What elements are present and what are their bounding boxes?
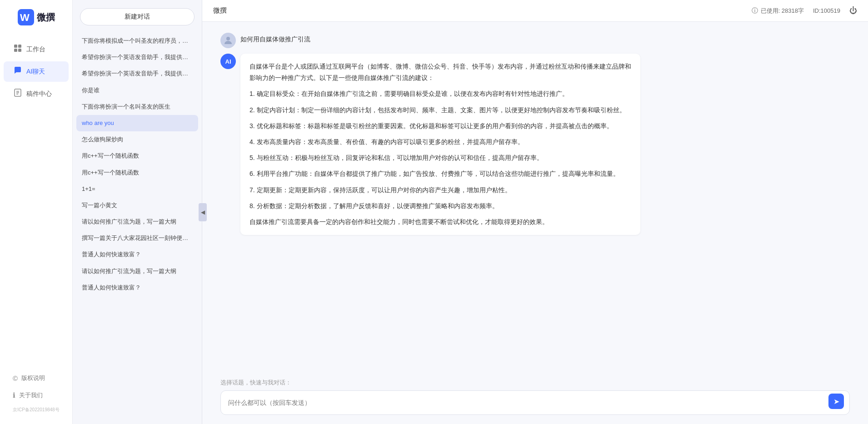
collapse-button[interactable]: ◀ (199, 203, 207, 221)
sidebar-item-copyright[interactable]: © 版权说明 (4, 370, 69, 386)
ai-para-1: 1. 确定目标受众：在开始自媒体推广引流之前，需要明确目标受众是谁，以便在发布内… (249, 88, 631, 100)
history-item[interactable]: 普通人如何快速致富？ (76, 246, 198, 263)
svg-rect-4 (14, 49, 17, 52)
chat-messages: 如何用自媒体做推广引流 AI 自媒体平台是个人或团队通过互联网平台（如博客、微博… (202, 22, 868, 371)
id-label: ID:100519 (813, 7, 840, 14)
icp-text: 京ICP备2022019848号 (0, 405, 72, 415)
svg-text:W: W (20, 12, 30, 23)
history-item[interactable]: 下面你将扮演一个名叫圣友的医生 (76, 99, 198, 115)
ai-para-7: 7. 定期更新：定期更新内容，保持活跃度，可以让用户对你的内容产生兴趣，增加用户… (249, 185, 631, 196)
logo-icon: W (18, 9, 34, 25)
usage-icon: ⓘ (752, 7, 758, 15)
history-item[interactable]: 怎么做狗屎炒肉 (76, 131, 198, 148)
input-wrapper: ➤ (220, 390, 850, 415)
sidebar-item-workspace[interactable]: 工作台 (4, 39, 69, 60)
history-item[interactable]: 1+1= (76, 181, 198, 197)
sidebar: W 微撰 工作台 AI聊天 稿件中心 © 版权说明 ℹ (0, 0, 73, 424)
workspace-icon (13, 44, 23, 55)
history-item[interactable]: 普通人如何快速致富？ (76, 279, 198, 296)
history-item[interactable]: 你是谁 (76, 82, 198, 99)
logo-area: W 微撰 (13, 9, 60, 25)
svg-rect-3 (18, 45, 21, 48)
user-message-text: 如何用自媒体做推广引流 (240, 33, 310, 44)
new-chat-button[interactable]: 新建对话 (80, 8, 195, 25)
ai-message-bubble: 自媒体平台是个人或团队通过互联网平台（如博客、微博、微信公众号、抖音、快手等）发… (240, 54, 640, 235)
history-item[interactable]: 撰写一篇关于八大家花园社区一刻钟便民生... (76, 230, 198, 246)
sidebar-item-drafts-label: 稿件中心 (26, 90, 52, 98)
usage-indicator: ⓘ 已使用: 28318字 (752, 7, 804, 15)
input-box: ➤ (220, 390, 850, 415)
history-item[interactable]: 下面你将模拟成一个叫圣友的程序员，我说... (76, 33, 198, 49)
ai-para-9: 自媒体推广引流需要具备一定的内容创作和社交能力，同时也需要不断尝试和优化，才能取… (249, 216, 631, 228)
ai-para-0: 自媒体平台是个人或团队通过互联网平台（如博客、微博、微信公众号、抖音、快手等）发… (249, 61, 631, 84)
middle-header: 新建对话 (73, 0, 202, 31)
copyright-label: 版权说明 (21, 374, 45, 382)
ai-para-8: 8. 分析数据：定期分析数据，了解用户反馈和喜好，以便调整推广策略和内容发布频率… (249, 200, 631, 212)
history-list: 下面你将模拟成一个叫圣友的程序员，我说... 希望你扮演一个英语发音助手，我提供… (73, 31, 202, 424)
ai-para-3: 3. 优化标题和标签：标题和标签是吸引粉丝的重要因素。优化标题和标签可以让更多的… (249, 120, 631, 132)
ai-para-6: 6. 利用平台推广功能：自媒体平台都提供了推广功能，如广告投放、付费推广等，可以… (249, 168, 631, 180)
svg-rect-2 (14, 45, 17, 48)
history-item-active[interactable]: who are you (76, 115, 198, 131)
topbar: 微撰 ⓘ 已使用: 28318字 ID:100519 ⏻ (202, 0, 868, 22)
main-area: 微撰 ⓘ 已使用: 28318字 ID:100519 ⏻ 如何用自媒体做推广引流… (202, 0, 868, 424)
sidebar-item-about[interactable]: ℹ 关于我们 (4, 388, 69, 403)
chat-input[interactable] (228, 398, 827, 408)
drafts-icon (13, 88, 23, 100)
power-button[interactable]: ⏻ (849, 6, 857, 15)
chat-input-area: 选择话题，快速与我对话： ➤ (202, 371, 868, 424)
user-avatar (220, 33, 236, 48)
about-icon: ℹ (13, 391, 15, 399)
ai-chat-icon (13, 66, 23, 77)
ai-para-5: 5. 与粉丝互动：积极与粉丝互动，回复评论和私信，可以增加用户对你的认可和信任，… (249, 152, 631, 164)
send-button[interactable]: ➤ (828, 394, 844, 409)
history-item[interactable]: 希望你扮演一个英语发音助手，我提供给你... (76, 65, 198, 82)
usage-text: 已使用: 28318字 (761, 7, 804, 15)
history-item[interactable]: 用c++写一个随机函数 (76, 165, 198, 181)
history-item[interactable]: 写一篇小黄文 (76, 197, 198, 214)
about-label: 关于我们 (19, 391, 43, 399)
ai-message: AI 自媒体平台是个人或团队通过互联网平台（如博客、微博、微信公众号、抖音、快手… (220, 54, 850, 235)
history-item[interactable]: 请以如何推广引流为题，写一篇大纲 (76, 263, 198, 279)
history-item[interactable]: 希望你扮演一个英语发音助手，我提供给你... (76, 49, 198, 65)
copyright-icon: © (13, 374, 18, 382)
sidebar-item-ai-chat-label: AI聊天 (26, 68, 45, 76)
history-item[interactable]: 请以如何推广引流为题，写一篇大纲 (76, 214, 198, 230)
quick-topics-label: 选择话题，快速与我对话： (220, 379, 850, 387)
send-icon: ➤ (833, 397, 839, 406)
nav-items: 工作台 AI聊天 稿件中心 (0, 39, 72, 370)
svg-rect-5 (18, 49, 21, 52)
middle-panel: 新建对话 下面你将模拟成一个叫圣友的程序员，我说... 希望你扮演一个英语发音助… (73, 0, 202, 424)
ai-para-2: 2. 制定内容计划：制定一份详细的内容计划，包括发布时间、频率、主题、文案、图片… (249, 105, 631, 116)
user-message: 如何用自媒体做推广引流 (220, 33, 850, 48)
ai-para-4: 4. 发布高质量内容：发布高质量、有价值、有趣的内容可以吸引更多的粉丝，并提高用… (249, 136, 631, 148)
sidebar-item-ai-chat[interactable]: AI聊天 (4, 61, 69, 82)
topbar-title: 微撰 (213, 6, 227, 15)
ai-avatar: AI (220, 54, 236, 69)
sidebar-item-drafts[interactable]: 稿件中心 (4, 84, 69, 104)
logo-text: 微撰 (37, 11, 55, 24)
history-item[interactable]: 用c++写一个随机函数 (76, 148, 198, 164)
sidebar-item-workspace-label: 工作台 (26, 45, 45, 54)
topbar-right: ⓘ 已使用: 28318字 ID:100519 ⏻ (752, 6, 857, 15)
svg-point-10 (226, 37, 230, 40)
sidebar-bottom: © 版权说明 ℹ 关于我们 京ICP备2022019848号 (0, 370, 72, 419)
